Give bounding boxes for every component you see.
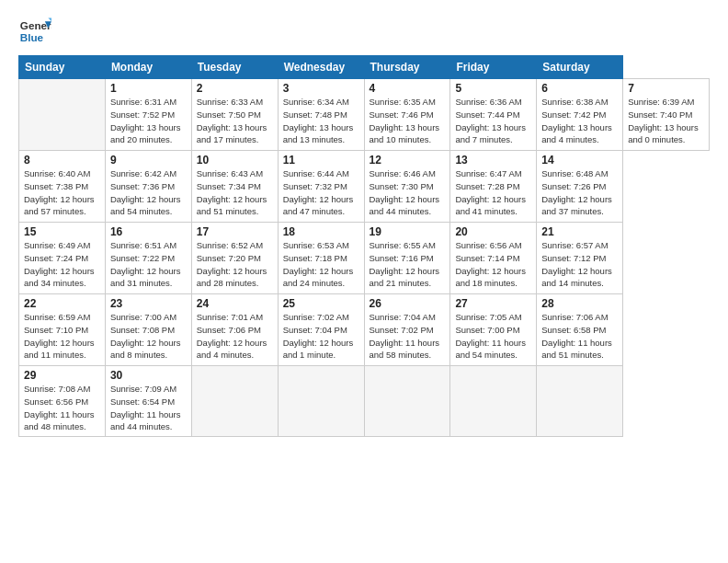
- calendar-day-cell: [191, 366, 278, 437]
- day-info: Sunrise: 7:08 AMSunset: 6:56 PMDaylight:…: [24, 383, 100, 433]
- calendar-day-cell: 13Sunrise: 6:47 AMSunset: 7:28 PMDayligh…: [450, 151, 537, 223]
- day-number: 11: [283, 154, 359, 167]
- calendar-day-cell: 26Sunrise: 7:04 AMSunset: 7:02 PMDayligh…: [364, 294, 450, 366]
- day-number: 22: [24, 297, 100, 310]
- calendar-day-cell: 14Sunrise: 6:48 AMSunset: 7:26 PMDayligh…: [537, 151, 623, 223]
- day-number: 18: [283, 225, 359, 238]
- calendar-day-cell: 20Sunrise: 6:56 AMSunset: 7:14 PMDayligh…: [450, 223, 537, 294]
- calendar-day-cell: [537, 366, 623, 437]
- day-number: 5: [455, 82, 531, 95]
- day-info: Sunrise: 6:36 AMSunset: 7:44 PMDaylight:…: [455, 96, 531, 146]
- day-number: 16: [110, 225, 187, 238]
- day-number: 3: [283, 82, 359, 95]
- calendar-week-row: 1Sunrise: 6:31 AMSunset: 7:52 PMDaylight…: [19, 79, 710, 151]
- calendar-week-row: 22Sunrise: 6:59 AMSunset: 7:10 PMDayligh…: [19, 294, 710, 366]
- day-info: Sunrise: 6:34 AMSunset: 7:48 PMDaylight:…: [283, 96, 359, 146]
- calendar-day-cell: [278, 366, 364, 437]
- day-info: Sunrise: 7:04 AMSunset: 7:02 PMDaylight:…: [370, 311, 446, 362]
- day-info: Sunrise: 7:02 AMSunset: 7:04 PMDaylight:…: [283, 311, 359, 362]
- day-number: 7: [628, 82, 704, 95]
- calendar-day-cell: 27Sunrise: 7:05 AMSunset: 7:00 PMDayligh…: [450, 294, 537, 366]
- day-info: Sunrise: 6:38 AMSunset: 7:42 PMDaylight:…: [541, 96, 618, 146]
- day-number: 14: [541, 154, 618, 167]
- calendar-day-cell: 9Sunrise: 6:42 AMSunset: 7:36 PMDaylight…: [105, 151, 191, 223]
- calendar-day-cell: 29Sunrise: 7:08 AMSunset: 6:56 PMDayligh…: [19, 366, 106, 437]
- calendar-day-cell: 12Sunrise: 6:46 AMSunset: 7:30 PMDayligh…: [364, 151, 450, 223]
- day-info: Sunrise: 6:55 AMSunset: 7:16 PMDaylight:…: [370, 239, 446, 290]
- day-number: 9: [110, 154, 187, 167]
- day-info: Sunrise: 6:42 AMSunset: 7:36 PMDaylight:…: [110, 167, 187, 218]
- day-info: Sunrise: 6:57 AMSunset: 7:12 PMDaylight:…: [541, 239, 618, 290]
- calendar-day-cell: 21Sunrise: 6:57 AMSunset: 7:12 PMDayligh…: [537, 223, 623, 294]
- calendar-day-cell: 17Sunrise: 6:52 AMSunset: 7:20 PMDayligh…: [191, 223, 278, 294]
- day-number: 25: [283, 297, 359, 310]
- day-number: 27: [455, 297, 531, 310]
- weekday-header-row: SundayMondayTuesdayWednesdayThursdayFrid…: [19, 56, 710, 79]
- empty-cell: [19, 79, 106, 151]
- day-number: 28: [541, 297, 618, 310]
- calendar-day-cell: 6Sunrise: 6:38 AMSunset: 7:42 PMDaylight…: [537, 79, 623, 151]
- calendar-week-row: 29Sunrise: 7:08 AMSunset: 6:56 PMDayligh…: [19, 366, 710, 437]
- calendar-day-cell: 15Sunrise: 6:49 AMSunset: 7:24 PMDayligh…: [19, 223, 106, 294]
- weekday-header-wednesday: Wednesday: [278, 56, 364, 79]
- calendar-table: SundayMondayTuesdayWednesdayThursdayFrid…: [18, 55, 710, 437]
- day-info: Sunrise: 7:00 AMSunset: 7:08 PMDaylight:…: [110, 311, 187, 362]
- weekday-header-friday: Friday: [450, 56, 537, 79]
- calendar-day-cell: 2Sunrise: 6:33 AMSunset: 7:50 PMDaylight…: [191, 79, 278, 151]
- day-number: 4: [370, 82, 446, 95]
- logo: General Blue: [18, 15, 51, 48]
- calendar-day-cell: [364, 366, 450, 437]
- day-number: 20: [455, 225, 531, 238]
- calendar-day-cell: 1Sunrise: 6:31 AMSunset: 7:52 PMDaylight…: [105, 79, 191, 151]
- day-info: Sunrise: 6:33 AMSunset: 7:50 PMDaylight:…: [197, 96, 273, 146]
- day-number: 29: [24, 369, 100, 382]
- calendar-day-cell: 8Sunrise: 6:40 AMSunset: 7:38 PMDaylight…: [19, 151, 106, 223]
- day-info: Sunrise: 6:43 AMSunset: 7:34 PMDaylight:…: [197, 167, 273, 218]
- calendar-day-cell: [450, 366, 537, 437]
- day-info: Sunrise: 6:59 AMSunset: 7:10 PMDaylight:…: [24, 311, 100, 362]
- day-number: 6: [541, 82, 618, 95]
- calendar-day-cell: 19Sunrise: 6:55 AMSunset: 7:16 PMDayligh…: [364, 223, 450, 294]
- day-info: Sunrise: 6:49 AMSunset: 7:24 PMDaylight:…: [24, 239, 100, 290]
- weekday-header-thursday: Thursday: [364, 56, 450, 79]
- day-number: 1: [110, 82, 187, 95]
- calendar-week-row: 15Sunrise: 6:49 AMSunset: 7:24 PMDayligh…: [19, 223, 710, 294]
- calendar-day-cell: 28Sunrise: 7:06 AMSunset: 6:58 PMDayligh…: [537, 294, 623, 366]
- logo-icon: General Blue: [18, 15, 51, 48]
- weekday-header-saturday: Saturday: [537, 56, 623, 79]
- calendar-day-cell: 18Sunrise: 6:53 AMSunset: 7:18 PMDayligh…: [278, 223, 364, 294]
- day-info: Sunrise: 6:56 AMSunset: 7:14 PMDaylight:…: [455, 239, 531, 290]
- day-info: Sunrise: 7:06 AMSunset: 6:58 PMDaylight:…: [541, 311, 618, 362]
- calendar-day-cell: 24Sunrise: 7:01 AMSunset: 7:06 PMDayligh…: [191, 294, 278, 366]
- calendar-day-cell: 5Sunrise: 6:36 AMSunset: 7:44 PMDaylight…: [450, 79, 537, 151]
- calendar-day-cell: 30Sunrise: 7:09 AMSunset: 6:54 PMDayligh…: [105, 366, 191, 437]
- page: General Blue SundayMondayTuesdayWednesda…: [0, 0, 728, 563]
- day-info: Sunrise: 7:01 AMSunset: 7:06 PMDaylight:…: [197, 311, 273, 362]
- day-info: Sunrise: 6:35 AMSunset: 7:46 PMDaylight:…: [370, 96, 446, 146]
- calendar-day-cell: 7Sunrise: 6:39 AMSunset: 7:40 PMDaylight…: [623, 79, 710, 151]
- weekday-header-sunday: Sunday: [19, 56, 106, 79]
- day-number: 19: [370, 225, 446, 238]
- calendar-day-cell: 4Sunrise: 6:35 AMSunset: 7:46 PMDaylight…: [364, 79, 450, 151]
- day-info: Sunrise: 6:51 AMSunset: 7:22 PMDaylight:…: [110, 239, 187, 290]
- calendar-day-cell: 23Sunrise: 7:00 AMSunset: 7:08 PMDayligh…: [105, 294, 191, 366]
- day-info: Sunrise: 6:53 AMSunset: 7:18 PMDaylight:…: [283, 239, 359, 290]
- day-number: 21: [541, 225, 618, 238]
- calendar-day-cell: 11Sunrise: 6:44 AMSunset: 7:32 PMDayligh…: [278, 151, 364, 223]
- svg-text:Blue: Blue: [20, 31, 44, 43]
- weekday-header-tuesday: Tuesday: [191, 56, 278, 79]
- weekday-header-monday: Monday: [105, 56, 191, 79]
- day-number: 8: [24, 154, 100, 167]
- day-info: Sunrise: 6:39 AMSunset: 7:40 PMDaylight:…: [628, 96, 704, 146]
- day-info: Sunrise: 6:31 AMSunset: 7:52 PMDaylight:…: [110, 96, 187, 146]
- svg-text:General: General: [20, 19, 51, 31]
- calendar-day-cell: 16Sunrise: 6:51 AMSunset: 7:22 PMDayligh…: [105, 223, 191, 294]
- day-number: 17: [197, 225, 273, 238]
- day-info: Sunrise: 6:52 AMSunset: 7:20 PMDaylight:…: [197, 239, 273, 290]
- day-number: 15: [24, 225, 100, 238]
- day-number: 2: [197, 82, 273, 95]
- day-info: Sunrise: 6:47 AMSunset: 7:28 PMDaylight:…: [455, 167, 531, 218]
- day-number: 13: [455, 154, 531, 167]
- calendar-day-cell: 3Sunrise: 6:34 AMSunset: 7:48 PMDaylight…: [278, 79, 364, 151]
- day-number: 23: [110, 297, 187, 310]
